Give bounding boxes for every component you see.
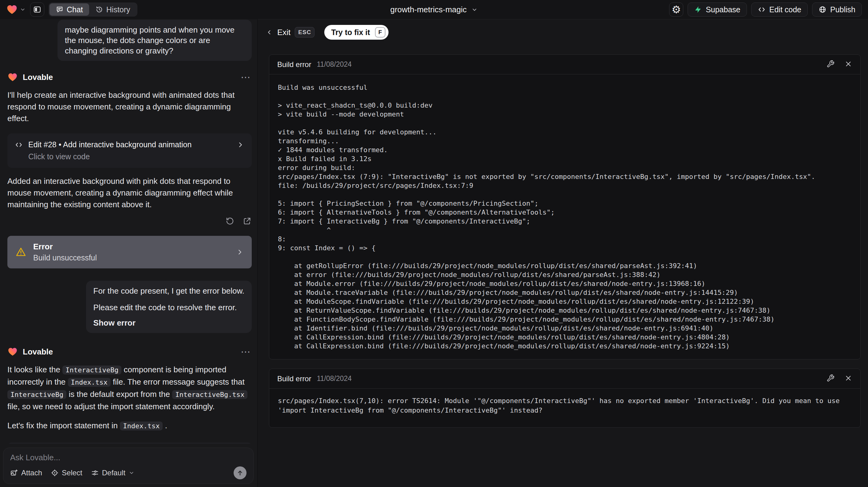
chat-input[interactable] (10, 453, 247, 464)
user-message: For the code present, I get the error be… (86, 281, 252, 333)
chat-message-list[interactable]: maybe diagramming points and when you mo… (0, 19, 257, 444)
wrench-icon (827, 374, 835, 382)
inline-code: Index.tsx (68, 378, 111, 387)
send-button[interactable] (234, 466, 247, 479)
publish-button[interactable]: Publish (812, 2, 862, 17)
build-error-card[interactable]: Error Build unsuccessful (7, 236, 252, 268)
tab-history-label: History (106, 5, 130, 14)
sidebar-toggle-button[interactable] (30, 2, 44, 17)
f-key-badge: F (375, 27, 385, 37)
build-error-date: 11/08/2024 (317, 374, 352, 383)
select-button[interactable]: Select (51, 468, 82, 477)
message-text: It looks like the (7, 365, 62, 374)
message-more-button[interactable]: ⋯ (240, 347, 252, 357)
edit-card-subtitle: Click to view code (28, 152, 244, 161)
message-more-button[interactable]: ⋯ (240, 72, 252, 82)
fix-error-button[interactable] (827, 374, 835, 383)
preview-panel: Exit ESC Try to fix it F Build error 11/… (257, 19, 868, 487)
chevron-down-icon (471, 6, 478, 13)
tab-chat-label: Chat (67, 5, 83, 14)
fix-label: Try to fix it (331, 28, 370, 37)
chat-bubble-icon (56, 5, 64, 13)
project-name: growth-metrics-magic (390, 5, 467, 14)
close-error-button[interactable] (844, 374, 852, 383)
code-icon (758, 5, 766, 13)
exit-button[interactable]: Exit ESC (266, 27, 314, 37)
sliders-icon (91, 469, 99, 477)
supabase-button[interactable]: Supabase (688, 2, 747, 17)
arrow-up-icon (236, 469, 244, 477)
supabase-bolt-icon (694, 5, 702, 13)
edit-code-button[interactable]: Edit code (751, 2, 808, 17)
build-error-header: Build error 11/08/2024 (269, 55, 860, 74)
build-error-log-card: Build error 11/08/2024 src (269, 369, 861, 428)
user-message-line: Please edit the code to resolve the erro… (93, 302, 244, 313)
restore-icon (225, 216, 235, 226)
composer: Attach Select Default (3, 448, 254, 484)
user-message-line: For the code present, I get the error be… (93, 285, 244, 296)
assistant-message: It looks like the InteractiveBg componen… (7, 364, 252, 412)
preview-header: Exit ESC Try to fix it F (266, 24, 868, 41)
tab-chat[interactable]: Chat (50, 3, 89, 16)
assistant-message: Let's fix the import statement in Index.… (7, 420, 252, 432)
close-error-button[interactable] (844, 60, 852, 69)
chevron-down-icon (20, 6, 26, 12)
assistant-header: Lovable ⋯ (7, 346, 252, 357)
edit-card-29[interactable]: Edit #29 • Fix import error for Interact… (7, 443, 252, 444)
settings-button[interactable]: ⚙ (669, 2, 683, 17)
supabase-label: Supabase (706, 5, 740, 14)
chevron-right-icon (236, 141, 244, 149)
model-label: Default (102, 468, 125, 477)
restore-button[interactable] (225, 216, 235, 226)
message-text: file, so we need to adjust the import st… (7, 402, 215, 411)
lovable-logo-menu[interactable] (6, 4, 26, 16)
tab-history[interactable]: History (89, 3, 136, 16)
user-message: maybe diagramming points and when you mo… (58, 20, 252, 61)
inline-code: InteractiveBg (62, 366, 121, 374)
show-error-label: Show error (93, 317, 244, 328)
warning-triangle-icon (16, 247, 26, 257)
inline-code: InteractiveBg (7, 390, 66, 399)
topbar: Chat History growth-metrics-magic ⚙ (0, 0, 868, 19)
error-subtitle: Build unsuccessful (33, 253, 97, 262)
fix-error-button[interactable] (827, 60, 835, 69)
select-label: Select (62, 468, 82, 477)
code-icon (15, 141, 23, 149)
attach-image-icon (10, 469, 18, 477)
edit-code-label: Edit code (769, 5, 801, 14)
view-tabs: Chat History (49, 2, 137, 17)
exit-label: Exit (277, 28, 290, 37)
build-log: src/pages/Index.tsx(7,10): error TS2614:… (278, 396, 852, 415)
inline-code: Index.tsx (120, 422, 163, 430)
build-error-title: Build error (277, 60, 311, 69)
message-actions (7, 216, 252, 226)
attach-label: Attach (21, 468, 42, 477)
attach-button[interactable]: Attach (10, 468, 42, 477)
build-log: Build was unsuccessful > vite_react_shad… (278, 83, 852, 351)
error-title: Error (33, 242, 97, 251)
message-text: is the default export from the (66, 390, 172, 399)
lovable-avatar (7, 346, 18, 357)
lovable-avatar (7, 72, 18, 82)
chevron-right-icon (236, 248, 244, 256)
try-to-fix-button[interactable]: Try to fix it F (324, 25, 388, 40)
esc-key-badge: ESC (295, 27, 314, 37)
open-external-button[interactable] (243, 216, 252, 226)
edit-card-28[interactable]: Edit #28 • Add interactive background an… (7, 133, 252, 168)
edit-card-title: Edit #28 • Add interactive background an… (28, 140, 191, 149)
message-text: file. The error message suggests that (111, 377, 245, 387)
model-selector-button[interactable]: Default (91, 468, 135, 477)
project-selector[interactable]: growth-metrics-magic (390, 5, 478, 14)
message-text: Let's fix the import statement in (7, 421, 120, 430)
publish-label: Publish (830, 5, 856, 14)
assistant-name: Lovable (23, 347, 53, 357)
build-error-title: Build error (277, 374, 311, 383)
message-text: . (163, 421, 167, 430)
assistant-message: Added an interactive background with pin… (7, 175, 252, 210)
globe-icon (818, 5, 827, 13)
assistant-header: Lovable ⋯ (7, 72, 252, 82)
build-error-header: Build error 11/08/2024 (269, 369, 860, 389)
wrench-icon (827, 60, 835, 68)
lovable-heart-icon (6, 4, 18, 16)
close-icon (844, 60, 852, 68)
